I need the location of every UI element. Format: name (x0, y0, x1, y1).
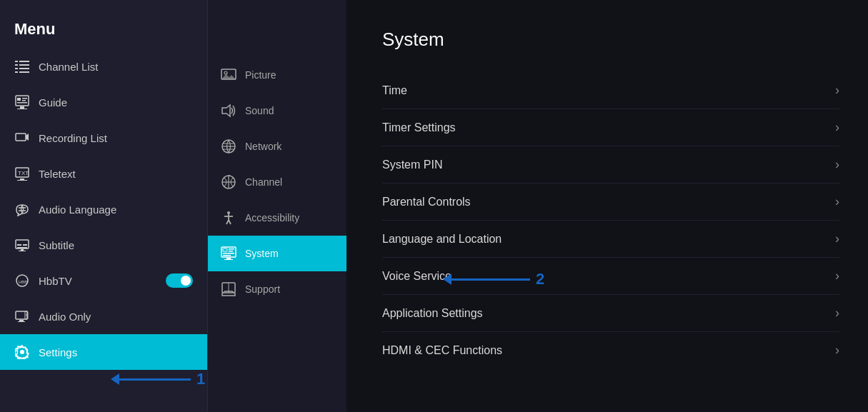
hbbtv-icon: HBB (14, 273, 30, 288)
panel-label-hdmi-cec: HDMI & CEC Functions (382, 344, 502, 357)
panel-label-application-settings: Application Settings (382, 307, 483, 320)
svg-point-50 (227, 211, 230, 214)
panel-label-language-location: Language and Location (382, 233, 502, 246)
chevron-right-icon: › (835, 120, 839, 135)
middle-item-accessibility[interactable]: Accessibility (208, 200, 346, 236)
svg-rect-2 (15, 64, 18, 66)
panel-item-parental-controls[interactable]: Parental Controls › (382, 184, 839, 221)
svg-rect-1 (19, 61, 29, 62)
panel-label-timer-settings: Timer Settings (382, 121, 456, 134)
panel-item-system-pin[interactable]: System PIN › (382, 146, 839, 184)
svg-rect-33 (18, 321, 25, 322)
svg-rect-15 (16, 134, 26, 141)
middle-item-system[interactable]: System (208, 236, 346, 271)
sidebar: Menu Channel List Guide (0, 0, 207, 412)
chevron-right-icon: › (835, 306, 839, 321)
sound-icon (221, 103, 236, 119)
middle-item-sound[interactable]: Sound (208, 93, 346, 129)
arrow-line-2 (452, 278, 530, 281)
sidebar-item-channel-list[interactable]: Channel List (0, 49, 207, 84)
picture-icon (221, 67, 236, 83)
svg-point-37 (21, 351, 24, 354)
svg-rect-26 (17, 247, 27, 248)
panel-title: System (382, 29, 839, 51)
sidebar-item-settings[interactable]: Settings (0, 334, 207, 370)
svg-rect-4 (15, 68, 18, 69)
sidebar-label-audio-only: Audio Only (39, 311, 91, 323)
svg-rect-56 (223, 248, 227, 251)
sidebar-label-settings: Settings (39, 346, 77, 358)
svg-rect-19 (20, 179, 24, 180)
channel-icon (221, 174, 236, 190)
sidebar-item-audio-only[interactable]: Audio Only (0, 298, 207, 334)
sidebar-item-teletext[interactable]: TXT Teletext (0, 156, 207, 191)
svg-rect-58 (229, 251, 233, 252)
annotation-arrow-2: 2 (443, 270, 544, 288)
sidebar-label-channel-list: Channel List (39, 61, 98, 73)
middle-column: Picture Sound Network (207, 0, 346, 412)
svg-rect-32 (19, 320, 24, 321)
settings-icon (14, 344, 30, 360)
sidebar-item-guide[interactable]: Guide (0, 84, 207, 120)
sidebar-label-recording-list: Recording List (39, 132, 107, 144)
chevron-right-icon: › (835, 231, 839, 246)
sidebar-item-audio-language[interactable]: Audio Language (0, 191, 207, 227)
system-icon (221, 246, 236, 261)
panel-item-timer-settings[interactable]: Timer Settings › (382, 109, 839, 146)
svg-rect-31 (16, 311, 27, 319)
sidebar-label-teletext: Teletext (39, 168, 76, 180)
sidebar-label-guide: Guide (39, 96, 67, 109)
list-icon (14, 59, 30, 74)
svg-rect-3 (19, 64, 29, 66)
recording-icon (14, 130, 30, 146)
middle-item-support[interactable]: Support (208, 271, 346, 307)
svg-rect-24 (17, 244, 21, 246)
teletext-icon: TXT (14, 166, 30, 181)
chevron-right-icon: › (835, 83, 839, 98)
sidebar-label-audio-language: Audio Language (39, 204, 116, 216)
hbbtv-toggle[interactable] (166, 273, 193, 288)
svg-marker-40 (221, 74, 236, 79)
sidebar-item-subtitle[interactable]: Subtitle (0, 227, 207, 263)
middle-item-picture[interactable]: Picture (208, 57, 346, 93)
sidebar-item-recording-list[interactable]: Recording List (0, 120, 207, 156)
sidebar-label-subtitle: Subtitle (39, 239, 74, 251)
svg-rect-5 (19, 68, 29, 69)
audio-language-icon (14, 201, 30, 217)
annotation-number-2: 2 (536, 270, 544, 288)
panel-item-application-settings[interactable]: Application Settings › (382, 295, 839, 332)
sidebar-item-hbbtv[interactable]: HBB HbbTV (0, 263, 207, 298)
svg-rect-59 (223, 253, 234, 254)
support-icon (221, 281, 236, 297)
annotation-number-1: 1 (196, 370, 205, 388)
middle-label-picture: Picture (245, 69, 276, 81)
arrow-line-1 (119, 378, 191, 381)
panel-item-time[interactable]: Time › (382, 72, 839, 109)
middle-label-channel: Channel (245, 176, 282, 188)
svg-rect-6 (15, 71, 18, 73)
svg-rect-10 (22, 98, 27, 99)
panel-label-voice-service: Voice Service (382, 270, 452, 283)
chevron-right-icon: › (835, 343, 839, 358)
middle-label-network: Network (245, 141, 281, 152)
accessibility-icon (221, 210, 236, 226)
sidebar-title: Menu (0, 7, 207, 49)
sidebar-label-hbbtv: HbbTV (39, 275, 72, 287)
middle-item-network[interactable]: Network (208, 129, 346, 164)
panel-label-parental-controls: Parental Controls (382, 196, 471, 208)
svg-rect-9 (17, 98, 21, 101)
svg-rect-60 (223, 255, 231, 256)
guide-icon (14, 94, 30, 110)
panel-item-hdmi-cec[interactable]: HDMI & CEC Functions › (382, 332, 839, 368)
middle-label-system: System (245, 248, 279, 259)
middle-label-support: Support (245, 283, 280, 295)
arrow-head-left-2 (443, 273, 452, 285)
svg-point-39 (224, 71, 227, 74)
svg-text:TXT: TXT (18, 170, 29, 176)
panel-item-language-location[interactable]: Language and Location › (382, 221, 839, 258)
middle-item-channel[interactable]: Channel (208, 164, 346, 200)
svg-rect-7 (19, 71, 29, 73)
right-panel: System Time › Timer Settings › System PI… (346, 0, 868, 412)
svg-rect-28 (19, 251, 26, 251)
annotation-arrow-1: 1 (111, 370, 205, 388)
